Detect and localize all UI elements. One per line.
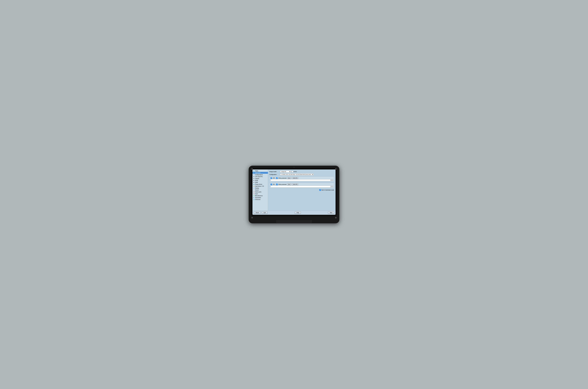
quickstart-mode-label: Start in Quickstart mode bbox=[321, 189, 334, 191]
df1-wp-label: Write-protected bbox=[278, 184, 287, 185]
df1-path-input[interactable] bbox=[270, 186, 331, 188]
df0-checkbox[interactable] bbox=[270, 177, 272, 179]
sidebar-label-game-ports: Game ports bbox=[255, 191, 261, 193]
df1-input-row: ▼ bbox=[270, 186, 333, 188]
app-window: ▶Paths▶Quickstart⚙Configurations■CPU and… bbox=[253, 169, 335, 210]
sidebar-item-sound[interactable]: ♪Sound bbox=[253, 189, 268, 191]
sidebar-item-ram[interactable]: ■RAM bbox=[253, 181, 268, 183]
sidebar-icon-floppy-drives: ▬ bbox=[253, 184, 255, 185]
df1-eject-button[interactable]: Eject bbox=[287, 184, 291, 185]
screen: ▶Paths▶Quickstart⚙Configurations■CPU and… bbox=[253, 169, 335, 215]
sidebar-icon-savestates: ◧ bbox=[253, 197, 255, 198]
df0-section: DF0: Write-protected Eject Select file ▼ bbox=[269, 176, 334, 182]
sidebar-icon-onscreen: ◨ bbox=[253, 199, 255, 200]
sidebar-label-hard-drives: Hard drives / CD bbox=[255, 186, 264, 187]
sidebar-label-quickstart: Quickstart bbox=[255, 172, 260, 173]
screw-top-right bbox=[335, 168, 337, 170]
quickstart-mode-checkbox[interactable] bbox=[319, 189, 321, 191]
sidebar-icon-ram: ■ bbox=[253, 182, 255, 183]
sidebar-icon-hard-drives: ◉ bbox=[253, 185, 255, 187]
sidebar-icon-display: ◈ bbox=[253, 187, 255, 189]
sidebar-item-cpu-fpu[interactable]: ■CPU and FPU bbox=[253, 176, 268, 178]
sidebar-label-display: Display bbox=[255, 188, 259, 189]
sidebar-item-display[interactable]: ◈Display bbox=[253, 187, 268, 189]
help-button[interactable]: Help bbox=[295, 212, 301, 214]
df1-checkbox[interactable] bbox=[270, 184, 272, 185]
sidebar-item-paths[interactable]: ▶Paths bbox=[253, 170, 268, 172]
sidebar-icon-game-ports: ⊕ bbox=[253, 191, 255, 193]
screw-bottom-right bbox=[335, 217, 337, 219]
ntsc-row: NTSC bbox=[292, 171, 297, 172]
ntsc-label: NTSC bbox=[294, 171, 297, 172]
sidebar-icon-quickstart: ▶ bbox=[253, 172, 255, 173]
sidebar-icon-configurations: ⚙ bbox=[253, 174, 255, 175]
sidebar-icon-miscellaneous: ⊕ bbox=[253, 195, 255, 196]
screen-bezel: ▶Paths▶Quickstart⚙Configurations■CPU and… bbox=[251, 168, 337, 216]
sidebar-item-quickstart[interactable]: ▶Quickstart bbox=[253, 172, 268, 174]
amiga-model-select[interactable]: Amiga 500 bbox=[280, 171, 291, 173]
df1-dropdown[interactable]: ▼ bbox=[331, 186, 333, 188]
df0-eject-button[interactable]: Eject bbox=[287, 177, 291, 179]
sidebar-label-ram: RAM bbox=[255, 182, 258, 183]
amiga-model-label: Amiga model: bbox=[269, 171, 280, 172]
sidebar-item-game-ports[interactable]: ⊕Game ports bbox=[253, 191, 268, 193]
sidebar-label-cpu-fpu: CPU and FPU bbox=[255, 176, 263, 177]
df0-dropdown[interactable]: ▼ bbox=[331, 179, 333, 181]
reset-button[interactable]: Reset bbox=[254, 212, 260, 214]
configuration-row: Configuration: 1.3 ROM, OCS, 512 KB Chip… bbox=[269, 173, 334, 175]
sidebar-icon-paths: ▶ bbox=[253, 170, 255, 172]
df1-wp-checkbox[interactable] bbox=[276, 184, 278, 185]
screw-bottom-left bbox=[251, 217, 253, 219]
sidebar-item-onscreen[interactable]: ◨OnScreen bbox=[253, 198, 268, 200]
df1-label: DF1: bbox=[273, 184, 275, 185]
screw-top-left bbox=[251, 168, 253, 170]
sidebar-icon-rom: ■ bbox=[253, 180, 255, 181]
device: ▶Paths▶Quickstart⚙Configurations■CPU and… bbox=[249, 166, 339, 223]
sidebar-icon-input: ⊕ bbox=[253, 193, 255, 194]
sidebar: ▶Paths▶Quickstart⚙Configurations■CPU and… bbox=[253, 169, 268, 210]
df0-select-file-button[interactable]: Select file bbox=[292, 177, 298, 179]
sidebar-label-input: Input bbox=[255, 193, 258, 194]
df1-row: DF1: Write-protected Eject Select file bbox=[270, 184, 333, 185]
ntsc-checkbox[interactable] bbox=[292, 171, 293, 172]
sidebar-icon-sound: ♪ bbox=[253, 189, 255, 191]
df0-path-input[interactable] bbox=[270, 179, 331, 181]
quickstart-mode-checkbox-row: Start in Quickstart mode bbox=[319, 189, 334, 191]
sidebar-item-rom[interactable]: ■ROM bbox=[253, 179, 268, 181]
df1-section: DF1: Write-protected Eject Select file ▼ bbox=[269, 183, 334, 188]
sidebar-label-onscreen: OnScreen bbox=[255, 199, 260, 200]
quickstart-mode-row: Start in Quickstart mode bbox=[269, 189, 334, 191]
main-panel: Amiga model: Amiga 500 NTSC Configura bbox=[268, 169, 335, 210]
sidebar-item-chipset[interactable]: ■Chipset bbox=[253, 178, 268, 179]
sidebar-label-chipset: Chipset bbox=[255, 178, 259, 179]
df1-select-file-button[interactable]: Select file bbox=[292, 184, 298, 185]
sidebar-label-rom: ROM bbox=[255, 180, 258, 181]
sidebar-item-miscellaneous[interactable]: ⊕Miscellaneous bbox=[253, 195, 268, 197]
amiga-model-row: Amiga model: Amiga 500 NTSC bbox=[269, 171, 334, 173]
configuration-label: Configuration: bbox=[269, 174, 280, 175]
start-button[interactable]: Start bbox=[328, 212, 334, 214]
df0-label: DF0: bbox=[273, 177, 275, 179]
df0-row: DF0: Write-protected Eject Select file bbox=[270, 177, 333, 179]
sidebar-item-hard-drives[interactable]: ◉Hard drives / CD bbox=[253, 185, 268, 187]
bottom-bar: Reset Quit Help Start bbox=[253, 210, 335, 215]
scene: ▶Paths▶Quickstart⚙Configurations■CPU and… bbox=[245, 161, 343, 228]
sidebar-icon-cpu-fpu: ■ bbox=[253, 176, 255, 177]
sidebar-label-sound: Sound bbox=[255, 189, 258, 191]
sidebar-label-savestates: Savestates bbox=[255, 197, 261, 198]
sidebar-item-savestates[interactable]: ◧Savestates bbox=[253, 197, 268, 198]
sidebar-icon-chipset: ■ bbox=[253, 178, 255, 179]
device-grip bbox=[276, 220, 312, 223]
sidebar-item-configurations[interactable]: ⚙Configurations bbox=[253, 174, 268, 176]
quit-button[interactable]: Quit bbox=[262, 212, 267, 214]
sidebar-item-floppy-drives[interactable]: ▬Floppy drives bbox=[253, 183, 268, 185]
sidebar-label-miscellaneous: Miscellaneous bbox=[255, 195, 263, 196]
camera bbox=[294, 167, 294, 167]
configuration-select[interactable]: 1.3 ROM, OCS, 512 KB Chip + 512 KB Slow … bbox=[280, 173, 314, 175]
df0-wp-checkbox[interactable] bbox=[276, 177, 278, 179]
sidebar-item-input[interactable]: ⊕Input bbox=[253, 193, 268, 195]
bottom-buttons-left: Reset Quit bbox=[254, 212, 267, 214]
sidebar-label-configurations: Configurations bbox=[255, 174, 263, 175]
sidebar-label-paths: Paths bbox=[255, 170, 258, 172]
sidebar-label-floppy-drives: Floppy drives bbox=[255, 184, 262, 185]
